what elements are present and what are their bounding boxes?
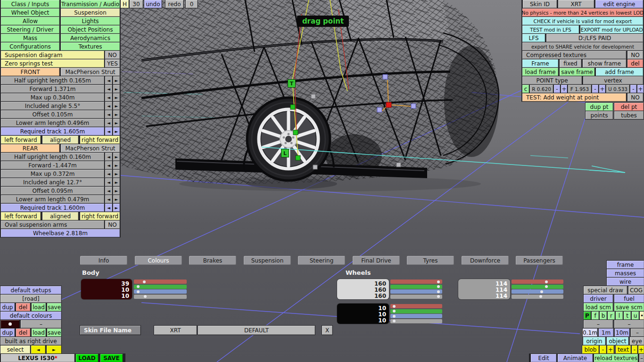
tab-suspension[interactable]: Suspension	[244, 256, 291, 265]
tab-info[interactable]: Info	[80, 256, 127, 265]
body-red-slider[interactable]	[134, 280, 187, 284]
colour-save-button[interactable]: save	[47, 329, 61, 337]
frame-button[interactable]: Frame	[522, 59, 558, 67]
setup-del-button[interactable]: del	[16, 303, 30, 311]
front-param-lower-arm[interactable]: Lower arm length 0.496m	[1, 119, 104, 127]
tyre-shine-slider[interactable]	[390, 319, 442, 323]
front-param-half-upright[interactable]: Half upright length 0.165m	[1, 76, 104, 84]
sec-red-slider[interactable]	[512, 280, 563, 284]
export-mod-button[interactable]: EXPORT mod for UPLOAD	[580, 25, 643, 33]
view-letter-l-button[interactable]: l	[616, 312, 623, 320]
add-frame-button[interactable]: add frame	[596, 68, 643, 76]
increase-button[interactable]: ►	[113, 102, 120, 110]
tyre-colour-swatch[interactable]: 10 10 10	[337, 304, 389, 324]
edit-engine-button[interactable]: edit engine	[595, 0, 643, 8]
save-vehicle-button[interactable]: SAVE	[100, 354, 123, 362]
scale-1m-button[interactable]: 1m	[599, 329, 613, 337]
select-button[interactable]: select	[0, 346, 30, 354]
colour-preset-empty[interactable]: –	[21, 320, 61, 328]
menu-steering-driver[interactable]: Steering / Driver	[1, 25, 59, 33]
edit-mode-button[interactable]: Edit	[531, 354, 556, 362]
check-valid-button[interactable]: CHECK if vehicle is valid for mod export	[522, 17, 643, 25]
decrease-button[interactable]: ◄	[105, 153, 112, 161]
tab-passengers[interactable]: Passengers	[516, 256, 563, 265]
load-frame-button[interactable]: load frame	[522, 68, 558, 76]
menu-configurations[interactable]: Configurations	[1, 42, 59, 50]
coord-r-plus[interactable]: +	[561, 85, 567, 93]
test-mod-button[interactable]: TEST mod in LFS	[522, 25, 579, 33]
coord-u-minus[interactable]: -	[630, 85, 636, 93]
tab-tyres[interactable]: Tyres	[407, 256, 454, 265]
scale-dash-button[interactable]: –	[631, 329, 644, 337]
decrease-button[interactable]: ◄	[105, 85, 112, 93]
increase-button[interactable]: ►	[113, 76, 120, 84]
sec-green-slider[interactable]	[512, 285, 563, 289]
scale-10m-button[interactable]: 10m	[615, 329, 629, 337]
tyre-blue-slider[interactable]	[390, 314, 442, 318]
masses-view-button[interactable]: masses	[607, 269, 644, 277]
suspension-diagram-toggle[interactable]: Suspension diagram	[1, 51, 104, 59]
rear-aligned[interactable]: aligned	[42, 212, 78, 220]
body-green-slider[interactable]	[134, 285, 187, 289]
coord-u-plus[interactable]: +	[637, 85, 644, 93]
oval-arms-value[interactable]: NO	[105, 221, 120, 229]
decrease-button[interactable]: ◄	[105, 93, 112, 101]
show-frame-button[interactable]: show frame	[583, 59, 626, 67]
right-drive-toggle[interactable]: built as right drive	[0, 337, 61, 345]
eye-button[interactable]: eye	[630, 337, 644, 345]
scale-0-1m-button[interactable]: 0.1m	[583, 329, 597, 337]
reload-textures-button[interactable]: reload textures	[594, 354, 638, 362]
lfs-button[interactable]: LFS	[522, 34, 545, 42]
delete-frame-button[interactable]: del	[627, 59, 643, 67]
view-letter-r-button[interactable]: r	[608, 312, 615, 320]
increase-button[interactable]: ►	[113, 161, 120, 169]
rear-strut-type[interactable]: MacPherson Strut	[61, 144, 120, 152]
increase-button[interactable]: ►	[113, 187, 120, 195]
share-export-button[interactable]: export to SHARE vehicle for development	[522, 42, 643, 50]
increase-button[interactable]: ►	[113, 93, 120, 101]
increase-button[interactable]: ►	[113, 195, 120, 203]
tyre-red-slider[interactable]	[390, 304, 442, 308]
cog-button[interactable]: COG	[628, 286, 644, 294]
menu-aerodynamics[interactable]: Aerodynamics	[61, 34, 120, 42]
front-strut-type[interactable]: MacPherson Strut	[61, 68, 120, 76]
default-setups-button[interactable]: default setups	[0, 286, 61, 294]
frame-view-button[interactable]: frame	[607, 261, 644, 269]
test-weight-toggle[interactable]: TEST: Add weight at point	[522, 93, 626, 101]
decrease-button[interactable]: ◄	[105, 178, 112, 186]
history-toggle-button[interactable]: H	[121, 0, 129, 8]
menu-object-positions[interactable]: Object Positions	[61, 25, 120, 33]
menu-mass[interactable]: Mass	[1, 34, 59, 42]
decrease-button[interactable]: ◄	[105, 110, 112, 118]
setup-road-button[interactable]: [road]	[0, 295, 61, 303]
fixed-button[interactable]: fixed	[560, 59, 581, 67]
sec-shine-slider[interactable]	[512, 295, 563, 299]
decrease-button[interactable]: ◄	[105, 161, 112, 169]
increase-button[interactable]: ►	[113, 127, 120, 135]
increase-button[interactable]: ►	[113, 204, 120, 212]
tab-brakes[interactable]: Brakes	[189, 256, 236, 265]
blob-minus-button[interactable]: -	[600, 346, 606, 354]
zero-springs-value[interactable]: YES	[105, 59, 120, 67]
rim-shine-slider[interactable]	[390, 295, 442, 299]
rear-required-track[interactable]: Required track 1.600m	[1, 204, 104, 212]
colour-preset-swatch[interactable]	[0, 320, 19, 328]
wheel-secondary-swatch[interactable]: 114 114 114	[458, 279, 510, 299]
special-draw-button[interactable]: special draw	[584, 286, 627, 294]
rear-param-included-angle[interactable]: Included angle 12.7°	[1, 178, 104, 186]
animate-mode-button[interactable]: Animate	[558, 354, 593, 362]
decrease-button[interactable]: ◄	[105, 76, 112, 84]
front-left-forward[interactable]: left forward	[1, 136, 41, 144]
view-dash-right-button[interactable]: –	[614, 320, 644, 328]
menu-lights[interactable]: Lights	[61, 17, 120, 25]
driver-button[interactable]: driver	[584, 295, 613, 303]
view-letter-b-button[interactable]: b	[600, 312, 607, 320]
tab-colours[interactable]: Colours	[135, 256, 182, 265]
compressed-textures-toggle[interactable]: Compressed textures	[522, 51, 626, 59]
del-point-button[interactable]: del pt	[614, 103, 644, 111]
oval-arms-toggle[interactable]: Oval suspension arms	[1, 221, 104, 229]
decrease-button[interactable]: ◄	[105, 127, 112, 135]
decrease-button[interactable]: ◄	[105, 195, 112, 203]
point-type-label[interactable]: POINT type	[522, 76, 582, 84]
rim-blue-slider[interactable]	[390, 289, 442, 294]
